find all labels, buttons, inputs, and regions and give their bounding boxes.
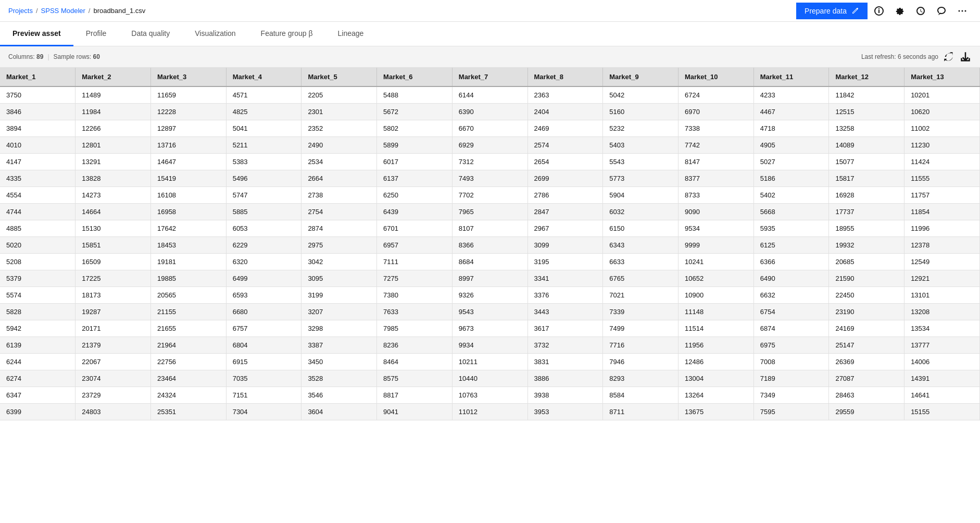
download-button[interactable]: [959, 51, 972, 63]
column-header-market_7[interactable]: Market_7: [452, 68, 527, 86]
table-cell: 3207: [301, 304, 377, 320]
table-cell: 6439: [377, 204, 453, 220]
table-cell: 7499: [603, 320, 679, 337]
table-cell: 22067: [76, 354, 151, 370]
table-cell: 23464: [150, 370, 226, 387]
info-separator: |: [47, 53, 49, 60]
table-cell: 14647: [150, 154, 226, 170]
tab-feature-group[interactable]: Feature group β: [248, 22, 325, 46]
table-cell: 5935: [753, 220, 829, 237]
table-cell: 8377: [678, 170, 753, 187]
table-row: 3750114891165945712205548861442363504267…: [0, 86, 980, 104]
refresh-icon: [944, 52, 954, 62]
table-cell: 21590: [829, 270, 904, 287]
table-cell: 3099: [527, 237, 603, 254]
table-cell: 2975: [301, 237, 377, 254]
table-cell: 14273: [76, 187, 151, 204]
column-header-market_13[interactable]: Market_13: [904, 68, 980, 86]
table-cell: 10620: [904, 104, 980, 120]
table-row: 5208165091918163203042711186843195663310…: [0, 254, 980, 270]
table-row: 5020158511845362292975695783663099634399…: [0, 237, 980, 254]
tab-profile[interactable]: Profile: [73, 22, 119, 46]
table-cell: 6975: [753, 337, 829, 354]
data-table-container: Market_1Market_2Market_3Market_4Market_5…: [0, 68, 980, 523]
table-cell: 6633: [603, 254, 679, 270]
breadcrumb-sep-2: /: [89, 7, 91, 15]
top-nav-actions: Prepare data: [796, 2, 972, 20]
breadcrumb-modeler[interactable]: SPSS Modeler: [41, 7, 85, 15]
tab-preview-asset[interactable]: Preview asset: [0, 22, 73, 46]
column-header-market_9[interactable]: Market_9: [603, 68, 679, 86]
column-header-market_11[interactable]: Market_11: [753, 68, 829, 86]
column-header-market_5[interactable]: Market_5: [301, 68, 377, 86]
column-header-market_12[interactable]: Market_12: [829, 68, 904, 86]
breadcrumb-projects[interactable]: Projects: [8, 7, 33, 15]
table-cell: 5208: [0, 254, 76, 270]
svg-point-1: [962, 10, 963, 11]
column-header-market_4[interactable]: Market_4: [226, 68, 301, 86]
column-header-market_10[interactable]: Market_10: [678, 68, 753, 86]
table-cell: 3617: [527, 320, 603, 337]
table-cell: 12921: [904, 270, 980, 287]
table-cell: 8684: [452, 254, 527, 270]
chat-button[interactable]: [932, 2, 951, 20]
table-cell: 2574: [527, 137, 603, 154]
table-cell: 6957: [377, 237, 453, 254]
table-cell: 3199: [301, 287, 377, 304]
table-cell: 6366: [753, 254, 829, 270]
table-cell: 23074: [76, 370, 151, 387]
info-bar-left: Columns: 89 | Sample rows: 60: [8, 53, 100, 60]
table-cell: 11996: [904, 220, 980, 237]
table-cell: 5885: [226, 204, 301, 220]
table-cell: 23729: [76, 387, 151, 404]
prepare-data-button[interactable]: Prepare data: [796, 3, 868, 19]
more-button[interactable]: [953, 2, 972, 20]
table-cell: 9673: [452, 320, 527, 337]
column-header-market_6[interactable]: Market_6: [377, 68, 453, 86]
table-cell: 3341: [527, 270, 603, 287]
table-header-row: Market_1Market_2Market_3Market_4Market_5…: [0, 68, 980, 86]
table-cell: 3886: [527, 370, 603, 387]
table-cell: 6632: [753, 287, 829, 304]
table-cell: 8575: [377, 370, 453, 387]
history-button[interactable]: [911, 2, 930, 20]
table-cell: 8293: [603, 370, 679, 387]
table-cell: 8464: [377, 354, 453, 370]
table-cell: 12897: [150, 120, 226, 137]
column-header-market_1[interactable]: Market_1: [0, 68, 76, 86]
table-cell: 3195: [527, 254, 603, 270]
table-cell: 6680: [226, 304, 301, 320]
table-cell: 7985: [377, 320, 453, 337]
info-button[interactable]: [870, 2, 888, 20]
tab-lineage[interactable]: Lineage: [325, 22, 376, 46]
table-cell: 2738: [301, 187, 377, 204]
table-cell: 11002: [904, 120, 980, 137]
table-cell: 11489: [76, 86, 151, 104]
table-cell: 5042: [603, 86, 679, 104]
table-cell: 9041: [377, 404, 453, 420]
table-cell: 10211: [452, 354, 527, 370]
table-cell: 6032: [603, 204, 679, 220]
refresh-button[interactable]: [943, 51, 955, 63]
table-row: 5574181732056565933199738093263376702110…: [0, 287, 980, 304]
table-cell: 6244: [0, 354, 76, 370]
column-header-market_2[interactable]: Market_2: [76, 68, 151, 86]
top-navigation: Projects / SPSS Modeler / broadband_1.cs…: [0, 0, 980, 22]
table-cell: 13004: [678, 370, 753, 387]
settings-button[interactable]: [890, 2, 909, 20]
tab-visualization[interactable]: Visualization: [182, 22, 248, 46]
table-cell: 5574: [0, 287, 76, 304]
table-row: 3846119841222848252301567263902404516069…: [0, 104, 980, 120]
table-cell: 3831: [527, 354, 603, 370]
rows-value: 60: [93, 53, 100, 60]
column-header-market_8[interactable]: Market_8: [527, 68, 603, 86]
table-cell: 9543: [452, 304, 527, 320]
table-cell: 7946: [603, 354, 679, 370]
table-cell: 6017: [377, 154, 453, 170]
table-cell: 12515: [829, 104, 904, 120]
table-row: 4010128011371652112490589969292574540377…: [0, 137, 980, 154]
column-header-market_3[interactable]: Market_3: [150, 68, 226, 86]
table-cell: 7702: [452, 187, 527, 204]
table-cell: 6125: [753, 237, 829, 254]
tab-data-quality[interactable]: Data quality: [119, 22, 182, 46]
